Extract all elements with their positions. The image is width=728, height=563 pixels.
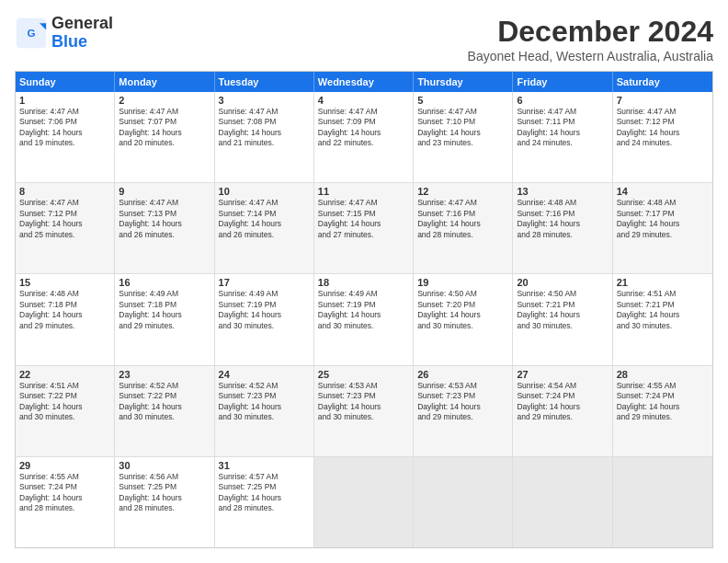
day-number: 26 — [417, 369, 508, 380]
calendar-cell: 17Sunrise: 4:49 AM Sunset: 7:19 PM Dayli… — [215, 274, 314, 364]
day-number: 29 — [19, 460, 110, 471]
day-number: 25 — [318, 369, 409, 380]
day-number: 5 — [417, 95, 508, 106]
header-day-wednesday: Wednesday — [314, 72, 414, 92]
calendar-cell: 18Sunrise: 4:49 AM Sunset: 7:19 PM Dayli… — [314, 274, 414, 364]
day-info: Sunrise: 4:47 AM Sunset: 7:07 PM Dayligh… — [119, 107, 210, 149]
day-info: Sunrise: 4:48 AM Sunset: 7:18 PM Dayligh… — [19, 289, 110, 331]
day-number: 3 — [219, 95, 310, 106]
day-number: 2 — [119, 95, 210, 106]
day-number: 1 — [19, 95, 110, 106]
day-number: 19 — [417, 277, 508, 288]
day-info: Sunrise: 4:47 AM Sunset: 7:06 PM Dayligh… — [19, 107, 110, 149]
title-section: December 2024 Bayonet Head, Western Aust… — [468, 15, 713, 63]
day-info: Sunrise: 4:51 AM Sunset: 7:21 PM Dayligh… — [617, 289, 709, 331]
day-number: 6 — [517, 95, 608, 106]
calendar-row-4: 22Sunrise: 4:51 AM Sunset: 7:22 PM Dayli… — [16, 366, 712, 457]
day-info: Sunrise: 4:47 AM Sunset: 7:12 PM Dayligh… — [19, 198, 110, 240]
day-number: 22 — [19, 369, 110, 380]
calendar-cell: 20Sunrise: 4:50 AM Sunset: 7:21 PM Dayli… — [513, 274, 612, 364]
subtitle: Bayonet Head, Western Australia, Austral… — [468, 49, 713, 63]
day-info: Sunrise: 4:55 AM Sunset: 7:24 PM Dayligh… — [617, 381, 709, 423]
day-number: 28 — [617, 369, 709, 380]
calendar-cell: 25Sunrise: 4:53 AM Sunset: 7:23 PM Dayli… — [314, 366, 414, 456]
day-number: 23 — [119, 369, 210, 380]
header-day-sunday: Sunday — [16, 72, 115, 92]
calendar: SundayMondayTuesdayWednesdayThursdayFrid… — [15, 71, 713, 548]
day-info: Sunrise: 4:47 AM Sunset: 7:15 PM Dayligh… — [318, 198, 409, 240]
calendar-header: SundayMondayTuesdayWednesdayThursdayFrid… — [16, 72, 712, 92]
day-info: Sunrise: 4:53 AM Sunset: 7:23 PM Dayligh… — [417, 381, 508, 423]
calendar-body: 1Sunrise: 4:47 AM Sunset: 7:06 PM Daylig… — [16, 92, 712, 547]
day-info: Sunrise: 4:47 AM Sunset: 7:13 PM Dayligh… — [119, 198, 210, 240]
day-number: 12 — [417, 186, 508, 197]
calendar-cell: 2Sunrise: 4:47 AM Sunset: 7:07 PM Daylig… — [115, 92, 214, 182]
day-info: Sunrise: 4:52 AM Sunset: 7:23 PM Dayligh… — [219, 381, 310, 423]
calendar-row-1: 1Sunrise: 4:47 AM Sunset: 7:06 PM Daylig… — [16, 92, 712, 183]
day-info: Sunrise: 4:53 AM Sunset: 7:23 PM Dayligh… — [318, 381, 409, 423]
day-number: 18 — [318, 277, 409, 288]
calendar-cell: 30Sunrise: 4:56 AM Sunset: 7:25 PM Dayli… — [115, 457, 214, 547]
day-info: Sunrise: 4:49 AM Sunset: 7:19 PM Dayligh… — [318, 289, 409, 331]
calendar-cell: 1Sunrise: 4:47 AM Sunset: 7:06 PM Daylig… — [16, 92, 115, 182]
header-day-saturday: Saturday — [613, 72, 712, 92]
day-number: 31 — [219, 460, 310, 471]
day-number: 24 — [219, 369, 310, 380]
calendar-cell: 12Sunrise: 4:47 AM Sunset: 7:16 PM Dayli… — [414, 183, 513, 273]
day-number: 21 — [617, 277, 709, 288]
calendar-cell: 3Sunrise: 4:47 AM Sunset: 7:08 PM Daylig… — [215, 92, 314, 182]
day-number: 13 — [517, 186, 608, 197]
day-number: 4 — [318, 95, 409, 106]
day-number: 14 — [617, 186, 709, 197]
header-day-monday: Monday — [115, 72, 214, 92]
logo-text: General Blue — [51, 15, 113, 52]
day-info: Sunrise: 4:48 AM Sunset: 7:16 PM Dayligh… — [517, 198, 608, 240]
day-info: Sunrise: 4:50 AM Sunset: 7:21 PM Dayligh… — [517, 289, 608, 331]
calendar-row-2: 8Sunrise: 4:47 AM Sunset: 7:12 PM Daylig… — [16, 183, 712, 274]
calendar-cell — [513, 457, 612, 547]
calendar-cell: 27Sunrise: 4:54 AM Sunset: 7:24 PM Dayli… — [513, 366, 612, 456]
calendar-cell: 23Sunrise: 4:52 AM Sunset: 7:22 PM Dayli… — [115, 366, 214, 456]
day-info: Sunrise: 4:52 AM Sunset: 7:22 PM Dayligh… — [119, 381, 210, 423]
day-number: 16 — [119, 277, 210, 288]
calendar-cell: 22Sunrise: 4:51 AM Sunset: 7:22 PM Dayli… — [16, 366, 115, 456]
day-info: Sunrise: 4:47 AM Sunset: 7:08 PM Dayligh… — [219, 107, 310, 149]
calendar-cell: 16Sunrise: 4:49 AM Sunset: 7:18 PM Dayli… — [115, 274, 214, 364]
calendar-cell: 29Sunrise: 4:55 AM Sunset: 7:24 PM Dayli… — [16, 457, 115, 547]
day-number: 9 — [119, 186, 210, 197]
calendar-cell: 14Sunrise: 4:48 AM Sunset: 7:17 PM Dayli… — [613, 183, 712, 273]
day-info: Sunrise: 4:49 AM Sunset: 7:19 PM Dayligh… — [219, 289, 310, 331]
main-title: December 2024 — [468, 15, 713, 49]
day-info: Sunrise: 4:49 AM Sunset: 7:18 PM Dayligh… — [119, 289, 210, 331]
calendar-cell: 31Sunrise: 4:57 AM Sunset: 7:25 PM Dayli… — [215, 457, 314, 547]
day-info: Sunrise: 4:47 AM Sunset: 7:12 PM Dayligh… — [617, 107, 709, 149]
day-info: Sunrise: 4:56 AM Sunset: 7:25 PM Dayligh… — [119, 472, 210, 514]
day-number: 7 — [617, 95, 709, 106]
calendar-cell: 24Sunrise: 4:52 AM Sunset: 7:23 PM Dayli… — [215, 366, 314, 456]
calendar-cell: 11Sunrise: 4:47 AM Sunset: 7:15 PM Dayli… — [314, 183, 414, 273]
day-number: 17 — [219, 277, 310, 288]
header-day-friday: Friday — [513, 72, 612, 92]
calendar-row-5: 29Sunrise: 4:55 AM Sunset: 7:24 PM Dayli… — [16, 457, 712, 547]
page: G General Blue December 2024 Bayonet Hea… — [0, 0, 728, 563]
header: G General Blue December 2024 Bayonet Hea… — [15, 15, 713, 63]
calendar-cell: 4Sunrise: 4:47 AM Sunset: 7:09 PM Daylig… — [314, 92, 414, 182]
day-info: Sunrise: 4:47 AM Sunset: 7:11 PM Dayligh… — [517, 107, 608, 149]
calendar-cell: 5Sunrise: 4:47 AM Sunset: 7:10 PM Daylig… — [414, 92, 513, 182]
calendar-cell: 19Sunrise: 4:50 AM Sunset: 7:20 PM Dayli… — [414, 274, 513, 364]
logo: G General Blue — [15, 15, 113, 52]
calendar-cell: 6Sunrise: 4:47 AM Sunset: 7:11 PM Daylig… — [513, 92, 612, 182]
day-number: 20 — [517, 277, 608, 288]
day-info: Sunrise: 4:54 AM Sunset: 7:24 PM Dayligh… — [517, 381, 608, 423]
calendar-cell: 8Sunrise: 4:47 AM Sunset: 7:12 PM Daylig… — [16, 183, 115, 273]
day-number: 8 — [19, 186, 110, 197]
day-number: 10 — [219, 186, 310, 197]
calendar-cell: 28Sunrise: 4:55 AM Sunset: 7:24 PM Dayli… — [613, 366, 712, 456]
day-info: Sunrise: 4:51 AM Sunset: 7:22 PM Dayligh… — [19, 381, 110, 423]
calendar-cell: 21Sunrise: 4:51 AM Sunset: 7:21 PM Dayli… — [613, 274, 712, 364]
day-info: Sunrise: 4:47 AM Sunset: 7:16 PM Dayligh… — [417, 198, 508, 240]
calendar-cell — [613, 457, 712, 547]
day-info: Sunrise: 4:57 AM Sunset: 7:25 PM Dayligh… — [219, 472, 310, 514]
day-info: Sunrise: 4:50 AM Sunset: 7:20 PM Dayligh… — [417, 289, 508, 331]
day-number: 30 — [119, 460, 210, 471]
